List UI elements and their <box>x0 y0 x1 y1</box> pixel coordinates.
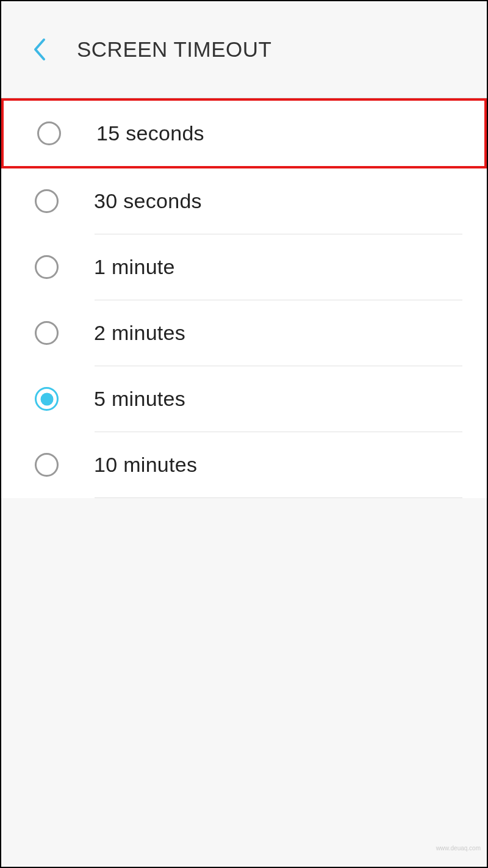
option-2-minutes[interactable]: 2 minutes <box>1 300 487 366</box>
radio-icon <box>35 189 59 213</box>
row-divider <box>95 497 462 498</box>
option-label: 10 minutes <box>94 453 197 477</box>
option-5-minutes[interactable]: 5 minutes <box>1 366 487 432</box>
radio-icon-selected <box>35 387 59 411</box>
option-label: 30 seconds <box>94 189 202 213</box>
page-title: SCREEN TIMEOUT <box>77 37 271 62</box>
radio-icon <box>37 121 61 145</box>
back-icon[interactable] <box>32 37 46 62</box>
option-10-minutes[interactable]: 10 minutes <box>1 432 487 497</box>
header: SCREEN TIMEOUT <box>1 1 487 98</box>
radio-icon <box>35 321 59 345</box>
option-label: 5 minutes <box>94 387 185 411</box>
option-label: 15 seconds <box>96 121 204 145</box>
option-label: 2 minutes <box>94 321 185 345</box>
option-label: 1 minute <box>94 255 175 279</box>
options-list: 15 seconds 30 seconds 1 minute 2 minutes… <box>1 98 487 498</box>
option-15-seconds[interactable]: 15 seconds <box>1 98 487 168</box>
option-30-seconds[interactable]: 30 seconds <box>1 168 487 234</box>
radio-icon <box>35 255 59 279</box>
radio-icon <box>35 453 59 477</box>
watermark: www.deuaq.com <box>436 845 481 852</box>
option-1-minute[interactable]: 1 minute <box>1 234 487 300</box>
